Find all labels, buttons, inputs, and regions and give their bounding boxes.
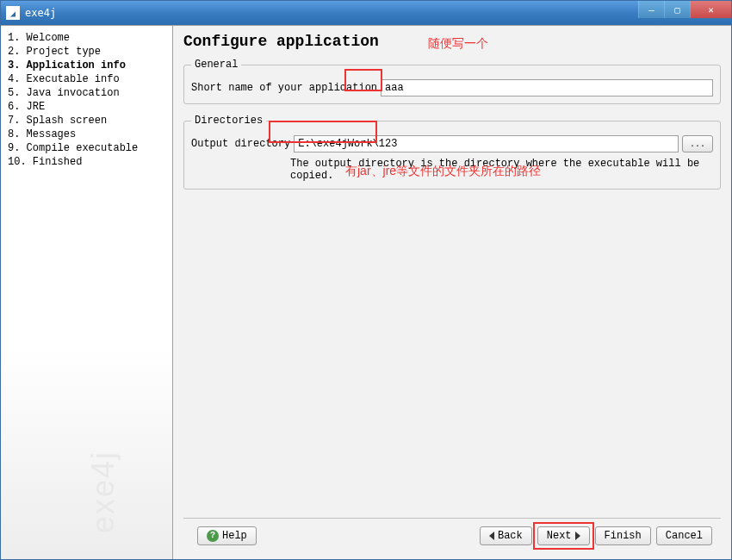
sidebar-item-application-info[interactable]: 3. Application info <box>8 59 165 72</box>
close-button[interactable]: ✕ <box>690 1 731 18</box>
help-icon: ? <box>207 530 219 542</box>
shortname-label: Short name of your application <box>191 82 377 94</box>
browse-button[interactable]: ... <box>682 135 713 152</box>
back-button[interactable]: Back <box>480 526 532 545</box>
app-icon: ◢ <box>6 6 20 20</box>
sidebar-item-executable-info[interactable]: 4. Executable info <box>8 72 165 86</box>
window-controls: — ▢ ✕ <box>638 1 731 18</box>
sidebar-item-messages[interactable]: 8. Messages <box>8 128 165 141</box>
next-button[interactable]: Next <box>537 526 590 545</box>
help-button[interactable]: ? Help <box>197 526 257 545</box>
finish-button[interactable]: Finish <box>595 526 651 545</box>
general-legend: General <box>191 59 241 71</box>
shortname-input[interactable] <box>381 79 713 96</box>
maximize-button[interactable]: ▢ <box>664 1 690 18</box>
content: 1. Welcome 2. Project type 3. Applicatio… <box>1 25 731 559</box>
sidebar-item-project-type[interactable]: 2. Project type <box>8 45 165 59</box>
footer: ? Help Back Next Finish Cancel <box>183 518 721 552</box>
sidebar-item-compile-executable[interactable]: 9. Compile executable <box>8 141 165 155</box>
window-title: exe4j <box>25 7 56 19</box>
cancel-button[interactable]: Cancel <box>656 526 712 545</box>
output-directory-label: Output directory <box>191 138 290 150</box>
sidebar-item-splash-screen[interactable]: 7. Splash screen <box>8 114 165 128</box>
directories-legend: Directories <box>191 115 266 127</box>
annotation-bottom: 有jar、jre等文件的文件夹所在的路径 <box>345 164 541 179</box>
output-directory-input[interactable] <box>294 135 679 152</box>
annotation-top: 随便写一个 <box>428 36 488 52</box>
main-panel: Configure application General Short name… <box>173 26 731 559</box>
minimize-button[interactable]: — <box>638 1 664 18</box>
sidebar-item-finished[interactable]: 10. Finished <box>8 155 165 169</box>
watermark: exe4j <box>85 451 121 533</box>
sidebar: 1. Welcome 2. Project type 3. Applicatio… <box>1 26 173 559</box>
sidebar-item-welcome[interactable]: 1. Welcome <box>8 31 165 45</box>
arrow-right-icon <box>575 532 580 540</box>
sidebar-item-jre[interactable]: 6. JRE <box>8 100 165 114</box>
arrow-left-icon <box>489 532 494 540</box>
window: ◢ exe4j — ▢ ✕ 1. Welcome 2. Project type… <box>0 0 732 560</box>
sidebar-item-java-invocation[interactable]: 5. Java invocation <box>8 86 165 100</box>
general-group: General Short name of your application <box>183 59 721 104</box>
titlebar[interactable]: ◢ exe4j — ▢ ✕ <box>1 1 731 25</box>
